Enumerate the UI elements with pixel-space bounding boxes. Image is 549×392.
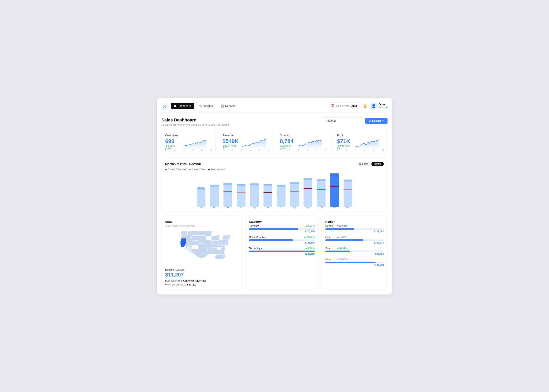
- svg-rect-12: [237, 184, 246, 186]
- legend-py: Previous Year: [208, 168, 225, 171]
- kpi-profit: Profit $71K ▲9.95 % vs PY: [333, 130, 387, 155]
- category-card: Category Furniture ▲0.18 % $170,855 Offi…: [245, 216, 318, 290]
- toggle-quarters[interactable]: Quarters: [357, 162, 371, 166]
- navbar: 🛒 Dashboard 🔍 Insights 📋 Records 📅 Selec…: [162, 102, 387, 113]
- svg-text:Apr: Apr: [239, 206, 243, 209]
- svg-text:Jan: Jan: [200, 206, 203, 209]
- chevron-down-icon: ▼: [382, 120, 384, 122]
- legend-cy-max: Current Year Max: [165, 168, 186, 171]
- svg-rect-24: [290, 182, 299, 184]
- state-card: State Click a state to filter the view: [162, 216, 242, 290]
- export-button[interactable]: ⟳ Export ▼: [365, 118, 387, 124]
- svg-text:Mar: Mar: [226, 206, 230, 209]
- svg-marker-57: [192, 235, 198, 240]
- dashboard-icon: [174, 105, 176, 107]
- svg-marker-65: [198, 247, 207, 250]
- nav-records[interactable]: 📋 Records: [218, 103, 239, 109]
- svg-rect-14: [250, 185, 259, 207]
- svg-rect-15: [250, 183, 259, 185]
- svg-rect-29: [317, 181, 325, 207]
- svg-rect-9: [224, 183, 232, 185]
- kpi-value: $549K: [223, 138, 239, 144]
- region-card: Region Central ▼13.84% $112,092 East ▲1.…: [322, 216, 387, 290]
- svg-text:Nov: Nov: [333, 206, 336, 209]
- svg-text:Jun: Jun: [266, 206, 269, 209]
- svg-marker-66: [190, 249, 208, 258]
- main-card: 🛒 Dashboard 🔍 Insights 📋 Records 📅 Selec…: [157, 98, 392, 294]
- svg-text:$17,095: $17,095: [198, 187, 204, 189]
- quantity-sparkline: [294, 138, 326, 149]
- region-title: Region: [325, 220, 384, 223]
- revenue-sparkline: [239, 138, 269, 149]
- year-selector[interactable]: 📅 Select Year 2023: [328, 103, 360, 109]
- year-value: 2023: [351, 104, 357, 107]
- svg-rect-21: [277, 185, 286, 187]
- monthly-chart-card: Months of 2023 - Revenue Quarters Months…: [162, 158, 387, 213]
- svg-text:$87,668: $87,668: [331, 175, 338, 177]
- chart-toggle: Quarters Months: [357, 162, 384, 166]
- svg-marker-52: [181, 234, 186, 238]
- national-avg-label: National Average: [165, 268, 238, 271]
- svg-marker-51: [181, 231, 188, 235]
- svg-marker-70: [207, 247, 212, 251]
- svg-text:Jul: Jul: [280, 206, 282, 209]
- select-year-label: Select Year: [336, 104, 349, 107]
- region-south: South ▲24.54 % $95,456: [325, 247, 384, 255]
- svg-text:Oct: Oct: [320, 206, 323, 209]
- svg-marker-64: [198, 243, 207, 247]
- legend-cy: Current Year: [189, 168, 205, 171]
- svg-rect-27: [303, 178, 312, 180]
- svg-text:Aug: Aug: [293, 206, 296, 209]
- svg-rect-8: [224, 185, 232, 207]
- nav-dashboard[interactable]: Dashboard: [171, 103, 194, 109]
- category-furniture: Furniture ▲0.18 % $170,855: [249, 224, 315, 233]
- page-header: Sales Dashboard Access a comprehensive s…: [162, 118, 387, 126]
- svg-marker-67: [206, 231, 212, 236]
- svg-rect-11: [237, 186, 246, 207]
- kpi-revenue: Revenue $549K ▲11.07 % vs PY: [219, 130, 273, 155]
- profit-sparkline: [350, 138, 384, 149]
- page-title: Sales Dashboard: [162, 118, 230, 123]
- region-central: Central ▼13.84% $112,092: [325, 224, 384, 233]
- middle-row: Months of 2023 - Revenue Quarters Months…: [162, 158, 387, 213]
- bottom-row: State Click a state to filter the view: [162, 216, 387, 290]
- online-indicator: [386, 107, 387, 108]
- logo-icon: 🛒: [163, 104, 167, 108]
- svg-rect-20: [277, 187, 286, 207]
- svg-marker-85: [215, 235, 219, 240]
- svg-rect-30: [317, 179, 325, 181]
- svg-rect-37: [344, 180, 352, 182]
- svg-rect-18: [263, 184, 272, 186]
- kpi-value: 690: [165, 138, 177, 144]
- nav-insights-label: Insights: [204, 104, 213, 107]
- svg-marker-63: [198, 240, 207, 244]
- kpi-label: Revenue: [223, 134, 269, 137]
- page-subtitle: Access a comprehensive summary of KPIs a…: [162, 123, 230, 126]
- svg-rect-33: [330, 173, 339, 174]
- svg-rect-32: [330, 174, 339, 207]
- nav-insights[interactable]: 🔍 Insights: [196, 103, 216, 109]
- user-menu[interactable]: 👤 Guest Admin: [370, 102, 387, 110]
- app-logo: 🛒: [162, 102, 169, 110]
- metric-selector[interactable]: [322, 118, 363, 124]
- kpi-label: Customers: [165, 134, 212, 137]
- svg-marker-90: [222, 243, 226, 246]
- kpi-label: Profit: [337, 134, 384, 137]
- worst-performing: Worst performing: Maine ($0): [165, 283, 238, 286]
- chart-legend: Current Year Max Current Year Previous Y…: [165, 168, 384, 171]
- svg-marker-76: [217, 250, 221, 254]
- nav-records-label: Records: [225, 104, 235, 107]
- svg-text:Sep: Sep: [306, 206, 310, 209]
- svg-marker-84: [218, 240, 222, 245]
- customers-sparkline: [177, 138, 212, 149]
- nav-dashboard-label: Dashboard: [178, 104, 191, 107]
- kpi-label: Quantity: [280, 134, 326, 137]
- region-west: West ▲35.90 % $194,339: [325, 258, 384, 266]
- toggle-months[interactable]: Months: [371, 162, 384, 166]
- avatar: 👤: [370, 102, 377, 110]
- category-office-supplies: Office Supplies ▲30.95 % $151,606: [249, 236, 315, 244]
- us-map[interactable]: [165, 229, 238, 265]
- chart-title: Months of 2023 - Revenue: [165, 162, 202, 166]
- calendar-icon: 📅: [331, 104, 335, 108]
- notification-bell[interactable]: 🔔: [361, 102, 368, 110]
